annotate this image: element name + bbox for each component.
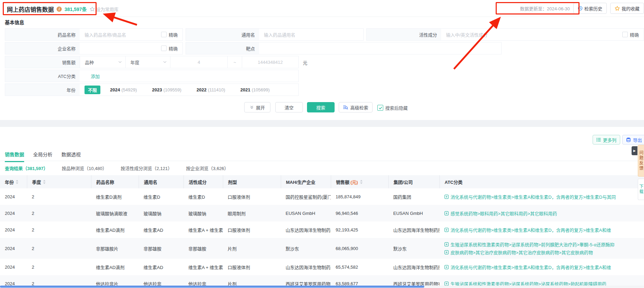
range-separator: ~ <box>227 56 242 68</box>
export-button[interactable]: 导出 <box>622 135 644 145</box>
sort-icon[interactable] <box>360 180 363 184</box>
year-option[interactable]: 不限 <box>85 86 100 94</box>
filter-row-5: 年份 不限2024(54929)2023(109559)2022(111410)… <box>5 83 299 96</box>
more-columns-button[interactable]: 更多列 <box>593 135 620 145</box>
subtab-item[interactable]: 按品种浏览（10,480） <box>62 165 107 171</box>
column-header: MAH/生产企业 <box>281 175 331 188</box>
horizontal-scrollbar-thumb[interactable] <box>0 286 424 288</box>
atc-cell: 消化系统与代谢药物>维生素类>维生素A和维生素D，含两者的复方>维生素A和维 <box>439 259 644 275</box>
table-cell: 2024 <box>0 188 27 205</box>
advanced-search-label: 高级检索 <box>350 104 368 111</box>
chevron-down-icon <box>163 61 167 63</box>
atc-tree-icon <box>444 281 449 286</box>
active-ingredient-exact-checkbox[interactable]: 精确 <box>619 29 644 40</box>
column-header[interactable]: 销售额(元) <box>331 175 388 188</box>
filter-row-1: 药品名称 输入药品名称/商品名 精确 通用名 输入药品通用名 活性成分 输入中/… <box>5 28 644 41</box>
my-favorites-button[interactable]: 我的收藏 <box>610 3 644 14</box>
company-input[interactable] <box>80 42 158 54</box>
results-table: 年份季度药品名称通用名活性成分剂型MAH/生产企业销售额(元)集团/公司ATC分… <box>0 175 644 288</box>
exact-label: 精确 <box>169 45 178 52</box>
year-options: 不限2024(54929)2023(109559)2022(111410)202… <box>80 84 298 96</box>
clear-button[interactable]: 清空 <box>275 102 303 112</box>
table-cell: 默沙东 <box>388 238 439 259</box>
atc-link[interactable]: 消化系统与代谢药物>维生素类>维生素A和维生素D，含两者的复方>维生素A和维 <box>444 227 611 233</box>
list-icon <box>596 138 601 142</box>
drug-name-input[interactable]: 输入药品名称/商品名 <box>80 29 158 40</box>
sales-max-input[interactable]: 1444348412 <box>242 56 298 68</box>
target-field-group: 靶点 <box>186 42 502 54</box>
atc-tree-icon <box>444 228 449 232</box>
search-history-label: 检索历史 <box>584 5 602 12</box>
atc-link[interactable]: 消化系统与代谢药物>维生素类>维生素A和维生素D，含两者的复方>维生素A和维 <box>444 264 611 270</box>
download-side-tab[interactable]: 下载 <box>638 179 644 200</box>
atc-link[interactable]: 生殖泌尿系统和性激素类药物>泌尿系统药物>前列腺肥大治疗药>睾酮-5-α还原酶抑 <box>444 241 614 248</box>
subtab-item[interactable]: 按活性成分浏览（2,121） <box>121 165 172 171</box>
data-updated-text: 数据更新至：2024-06-30 <box>520 5 570 12</box>
table-cell: 维生素A + 维生素D <box>184 221 223 238</box>
column-header[interactable]: 年份 <box>0 175 27 188</box>
active-ingredient-input[interactable]: 输入中/英文活性成分 <box>441 29 619 40</box>
year-option[interactable]: 2023(109559) <box>152 87 181 92</box>
exact-label: 精确 <box>169 31 178 38</box>
year-option[interactable]: 2021(105699) <box>240 87 270 92</box>
sales-amount-field-group: 销售额 品种 年度 4 ~ 1444348412 <box>5 56 299 68</box>
hide-after-search-checkbox[interactable]: 搜索后隐藏 <box>377 105 408 111</box>
filter-row-3: 销售额 品种 年度 4 ~ 1444348412 <box>5 56 299 68</box>
column-header: 集团/公司 <box>388 175 439 188</box>
double-chevron-down-icon <box>250 105 254 109</box>
info-icon[interactable]: i <box>57 7 62 12</box>
year-field-group: 年份 不限2024(54929)2023(109559)2022(111410)… <box>5 83 299 96</box>
atc-link[interactable]: 消化系统与代谢药物>维生素类>维生素A和维生素D，含两者的复方>维生素D与其同 <box>444 193 616 200</box>
sort-icon[interactable] <box>43 180 46 184</box>
column-header: 通用名 <box>139 175 184 188</box>
generic-name-label: 通用名 <box>186 29 259 40</box>
atc-add-link[interactable]: 添加 <box>91 73 100 79</box>
atc-link[interactable]: 感觉系统药物>眼科用药>其它眼科用药>其它眼科用药 <box>444 210 557 217</box>
year-option[interactable]: 2024(54929) <box>110 87 137 92</box>
table-cell: 维生素D <box>139 188 184 205</box>
select-value: 品种 <box>85 59 94 66</box>
table-cell: 65,574,582 <box>331 259 388 275</box>
search-button[interactable]: 搜索 <box>307 102 335 112</box>
sales-dimension-select[interactable]: 品种 <box>80 56 125 68</box>
table-cell: 2 <box>27 259 91 275</box>
table-cell: 维生素AD滴剂 <box>91 221 139 238</box>
sales-amount-label: 销售额 <box>5 56 80 68</box>
table-cell: 2024 <box>0 205 27 221</box>
atc-link[interactable]: 皮肤病药物>其它治疗皮肤病药物>其它治疗皮肤病药物>其它皮肤病药物 <box>444 249 593 256</box>
table-cell: 维生素D滴剂 <box>91 188 139 205</box>
set-favorite-library[interactable]: 设为常用库 <box>90 6 119 12</box>
subtab-active[interactable]: 查询结果（381,597） <box>5 165 48 171</box>
table-cell: 维生素AD <box>139 259 184 275</box>
table-cell: 2024 <box>0 259 27 275</box>
table-row: 20242维生素AD滴剂维生素AD维生素A + 维生素D口服液体剂山东达因海洋生… <box>0 259 644 275</box>
subtab-item[interactable]: 按企业浏览（3,626） <box>186 165 229 171</box>
feedback-side-tab[interactable]: 问题反馈 <box>638 145 644 177</box>
drug-name-exact-checkbox[interactable]: 精确 <box>158 29 182 40</box>
drug-name-label: 药品名称 <box>5 29 80 40</box>
advanced-search-icon <box>343 105 348 110</box>
company-exact-checkbox[interactable]: 精确 <box>158 42 182 54</box>
expand-button[interactable]: 展开 <box>244 102 270 112</box>
table-cell: 92,193,425 <box>331 221 388 238</box>
table-cell: 山东达因海洋生物制药股份... <box>281 259 331 275</box>
sales-min-input[interactable]: 4 <box>170 56 227 68</box>
sales-period-select[interactable]: 年度 <box>125 56 170 68</box>
column-header[interactable]: 季度 <box>27 175 91 188</box>
year-option[interactable]: 2022(111410) <box>197 87 225 92</box>
table-cell: 非那雄胺 <box>184 238 223 259</box>
advanced-search-button[interactable]: 高级检索 <box>339 102 373 112</box>
active-ingredient-label: 活性成分 <box>367 29 441 40</box>
collapse-arrow-button[interactable]: ▶ <box>632 146 637 155</box>
record-count: 381,597条 <box>65 6 87 12</box>
column-header: 剂型 <box>223 175 281 188</box>
table-cell: 国药控股星鲨制药(厦门)有... <box>281 188 331 205</box>
target-label: 靶点 <box>186 42 259 54</box>
table-cell: 口服液体剂 <box>223 259 281 275</box>
atc-cell: 消化系统与代谢药物>维生素类>维生素A和维生素D，含两者的复方>维生素D与其同 <box>439 188 644 205</box>
search-history-button[interactable]: 检索历史 <box>573 3 607 14</box>
sort-icon[interactable] <box>16 180 19 184</box>
table-cell: 玻璃酸钠滴眼液 <box>91 205 139 221</box>
target-input[interactable] <box>259 42 501 54</box>
generic-name-input[interactable]: 输入药品通用名 <box>259 29 363 40</box>
